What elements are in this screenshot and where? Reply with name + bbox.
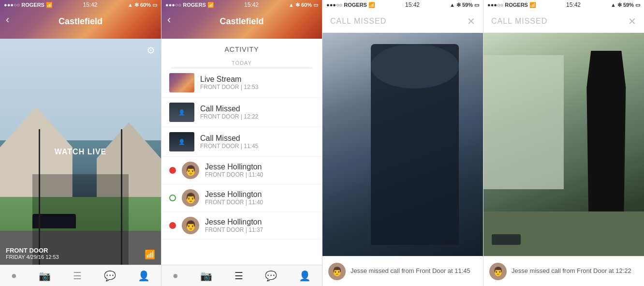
activity-info-2: Call Missed FRONT DOOR | 12:22 xyxy=(200,105,314,120)
foot-avatar-4: 👨 xyxy=(489,263,507,280)
activity-thumb-2: 👤 xyxy=(169,103,194,122)
nav-list-1[interactable]: ☰ xyxy=(73,270,82,282)
nav-dot-2[interactable]: ● xyxy=(173,270,178,281)
battery-icon-4: ▭ xyxy=(635,2,640,8)
activity-sub-5: FRONT DOOR | 11:40 xyxy=(205,199,314,206)
header-title-1: Castlefield xyxy=(59,16,102,27)
nav-icon-1: ▲ xyxy=(128,2,133,8)
section-label-today: TODAY xyxy=(171,57,312,68)
avatar-4: 👨 xyxy=(182,162,199,179)
activity-sub-1: FRONT DOOR | 12:53 xyxy=(200,84,314,90)
activity-item-1[interactable]: Live Stream FRONT DOOR | 12:53 xyxy=(161,68,322,98)
signal-dots-3: ●●●○○ xyxy=(326,2,342,8)
nav-dot-1[interactable]: ● xyxy=(11,270,17,281)
battery-4: 59% xyxy=(623,2,634,8)
bt-icon-4: ✻ xyxy=(617,2,622,8)
battery-3: 59% xyxy=(462,2,473,8)
activity-body: ACTIVITY TODAY Live Stream FRONT DOOR | … xyxy=(161,39,322,265)
nav-message-2[interactable]: 💬 xyxy=(265,270,277,282)
status-bar-1: ●●●○○ ROGERS 📶 15:42 ▲ ✻ 60% ▭ xyxy=(0,0,161,10)
wifi-icon-3: 📶 xyxy=(368,2,375,8)
battery-1: 60% xyxy=(140,2,151,8)
modal-image-gradient-3 xyxy=(322,33,483,256)
nav-people-1[interactable]: 👤 xyxy=(138,270,150,282)
wifi-icon-2: 📶 xyxy=(207,2,214,8)
person-silhouette-4 xyxy=(585,51,628,234)
camera-view-1[interactable]: ⚙ WATCH LIVE FRONT DOOR FRIDAY 4/29/16 1… xyxy=(0,39,161,265)
activity-sub-6: FRONT DOOR | 11:37 xyxy=(205,226,314,233)
back-button-2[interactable]: ‹ xyxy=(167,14,171,26)
avatar-5: 👨 xyxy=(182,189,199,207)
activity-title-4: Jesse Hollington xyxy=(205,163,314,171)
watch-live-button[interactable]: WATCH LIVE xyxy=(55,148,106,156)
close-button-4[interactable]: ✕ xyxy=(628,15,636,27)
nav-camera-2[interactable]: 📷 xyxy=(200,270,212,282)
back-button-1[interactable]: ‹ xyxy=(6,14,9,26)
activity-title-1: Live Stream xyxy=(200,75,314,84)
carrier-4: ●●●○○ ROGERS 📶 xyxy=(487,2,536,8)
battery-2: 60% xyxy=(301,2,312,8)
panel-call-missed-1: ●●●○○ ROGERS 📶 15:42 ▲ ✻ 59% ▭ CALL MISS… xyxy=(322,0,483,286)
avatar-face-4: 👨 xyxy=(185,165,197,176)
activity-title: ACTIVITY xyxy=(161,39,322,57)
nav-icon-2: ▲ xyxy=(289,2,294,8)
battery-icon-3: ▭ xyxy=(474,2,479,8)
status-bar-2: ●●●○○ ROGERS 📶 15:42 ▲ ✻ 60% ▭ xyxy=(161,0,322,10)
nav-list-2[interactable]: ☰ xyxy=(234,270,243,282)
carrier-1: ●●●○○ ROGERS 📶 xyxy=(4,2,53,8)
nav-camera-1[interactable]: 📷 xyxy=(39,270,51,282)
time-4: 15:42 xyxy=(566,1,581,8)
activity-item-6[interactable]: 👨 Jesse Hollington FRONT DOOR | 11:37 xyxy=(161,212,322,240)
time-1: 15:42 xyxy=(83,1,97,8)
activity-sub-3: FRONT DOOR | 11:45 xyxy=(200,143,314,150)
avatar-face-6: 👨 xyxy=(185,220,197,231)
activity-thumb-3: 👤 xyxy=(169,132,194,151)
bt-icon-2: ✻ xyxy=(295,2,300,8)
camera-info-1: FRONT DOOR FRIDAY 4/29/16 12:53 xyxy=(6,247,59,260)
signal-dots-4: ●●●○○ xyxy=(487,2,503,8)
header-title-2: Castlefield xyxy=(220,16,263,27)
signal-dots-1: ●●●○○ xyxy=(4,2,20,8)
nav-message-1[interactable]: 💬 xyxy=(104,270,116,282)
modal-image-3 xyxy=(322,33,483,256)
activity-item-5[interactable]: 👨 Jesse Hollington FRONT DOOR | 11:40 xyxy=(161,184,322,212)
foot-text-4: Jesse missed call from Front Door at 12:… xyxy=(512,267,631,275)
carrier-name-1: ROGERS xyxy=(21,2,44,8)
activity-title-5: Jesse Hollington xyxy=(205,190,314,199)
avatar-face-5: 👨 xyxy=(185,192,197,204)
avatar-6: 👨 xyxy=(182,217,199,234)
panel-activity: ●●●○○ ROGERS 📶 15:42 ▲ ✻ 60% ▭ ‹ Castlef… xyxy=(161,0,322,286)
camera-name-1: FRONT DOOR xyxy=(6,247,59,254)
carrier-name-2: ROGERS xyxy=(183,2,206,8)
camera-date-1: FRIDAY 4/29/16 12:53 xyxy=(6,254,59,260)
battery-icon-1: ▭ xyxy=(152,2,157,8)
foot-text-3: Jesse missed call from Front Door at 11:… xyxy=(351,267,470,275)
activity-sub-2: FRONT DOOR | 12:22 xyxy=(200,113,314,120)
activity-item-4[interactable]: 👨 Jesse Hollington FRONT DOOR | 11:40 xyxy=(161,157,322,184)
carrier-2: ●●●○○ ROGERS 📶 xyxy=(165,2,214,8)
bt-icon-1: ✻ xyxy=(134,2,139,8)
settings-button-1[interactable]: ⚙ xyxy=(146,45,155,56)
activity-title-2: Call Missed xyxy=(200,105,314,113)
modal-image-4 xyxy=(483,33,644,256)
time-3: 15:42 xyxy=(405,1,420,8)
panel-call-missed-2: ●●●○○ ROGERS 📶 15:42 ▲ ✻ 59% ▭ CALL MISS… xyxy=(483,0,644,286)
foot-avatar-icon-3: 👨 xyxy=(332,266,342,277)
battery-area-4: ▲ ✻ 59% ▭ xyxy=(611,2,640,8)
activity-item-3[interactable]: 👤 Call Missed FRONT DOOR | 11:45 xyxy=(161,127,322,157)
person-head-3 xyxy=(371,44,459,89)
status-dot-green-1 xyxy=(169,195,176,201)
battery-area-2: ▲ ✻ 60% ▭ xyxy=(289,2,318,8)
battery-area-1: ▲ ✻ 60% ▭ xyxy=(128,2,157,8)
activity-item-2[interactable]: 👤 Call Missed FRONT DOOR | 12:22 xyxy=(161,98,322,127)
close-button-3[interactable]: ✕ xyxy=(467,15,475,27)
foot-avatar-3: 👨 xyxy=(328,263,346,280)
bt-icon-3: ✻ xyxy=(456,2,461,8)
activity-info-4: Jesse Hollington FRONT DOOR | 11:40 xyxy=(205,163,314,178)
status-dot-red-2 xyxy=(169,222,176,229)
panel-live-view: ●●●○○ ROGERS 📶 15:42 ▲ ✻ 60% ▭ ‹ Castlef… xyxy=(0,0,161,286)
carrier-3: ●●●○○ ROGERS 📶 xyxy=(326,2,375,8)
nav-people-2[interactable]: 👤 xyxy=(299,270,311,282)
wifi-icon-4: 📶 xyxy=(529,2,536,8)
status-bar-3: ●●●○○ ROGERS 📶 15:42 ▲ ✻ 59% ▭ xyxy=(322,0,483,10)
